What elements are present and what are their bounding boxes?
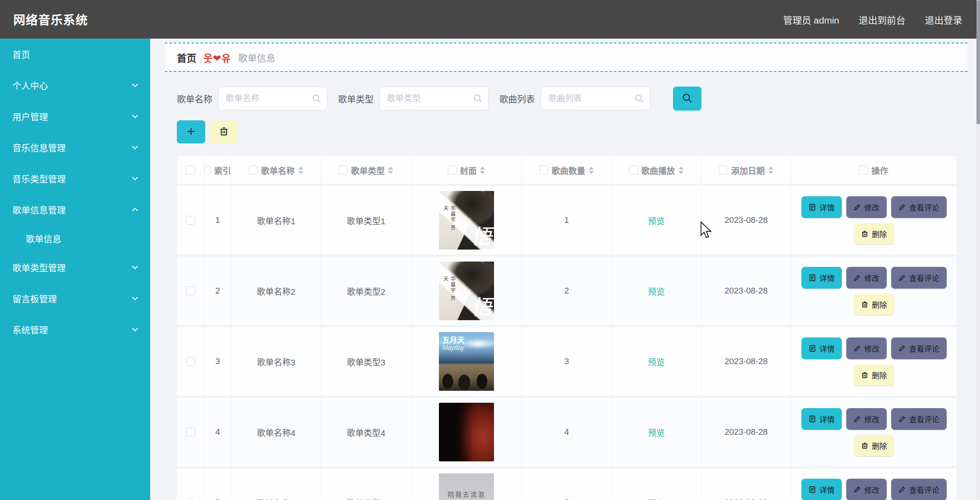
cell-date: 2023-08-28 xyxy=(701,398,791,466)
detail-button[interactable]: 详情 xyxy=(801,479,842,500)
select-all-checkbox[interactable] xyxy=(186,166,195,175)
preview-link[interactable]: 预览 xyxy=(648,497,665,500)
sidebar-item[interactable]: 音乐类型管理 xyxy=(0,163,150,194)
main-content: 首页 웃❤유 歌单信息 歌单名称 歌单类型 xyxy=(150,39,980,500)
sidebar-item[interactable]: 用户管理 xyxy=(0,101,150,132)
edit-button[interactable]: 修改 xyxy=(846,337,887,359)
preview-link[interactable]: 预览 xyxy=(648,426,665,438)
select-all-checkbox[interactable] xyxy=(719,166,728,175)
sidebar-item[interactable]: 系统管理 xyxy=(0,314,150,345)
topbar-link[interactable]: 管理员 admin xyxy=(783,13,839,26)
sort-carets-icon[interactable] xyxy=(298,167,303,174)
scrollbar-thumb[interactable] xyxy=(976,0,980,124)
view-comments-button[interactable]: 查看评论 xyxy=(891,196,947,218)
preview-link[interactable]: 预览 xyxy=(648,285,665,297)
cell-playlist-name: 歌单名称3 xyxy=(231,327,321,396)
edit-button[interactable]: 修改 xyxy=(846,267,887,289)
sort-carets-icon[interactable] xyxy=(480,167,485,174)
trash-icon xyxy=(861,371,868,379)
topbar-link[interactable]: 退出到前台 xyxy=(859,13,905,26)
edit-button[interactable]: 修改 xyxy=(846,196,887,218)
sidebar-item[interactable]: 个人中心 xyxy=(0,70,150,101)
detail-button[interactable]: 详情 xyxy=(801,408,842,430)
view-comments-button[interactable]: 查看评论 xyxy=(891,267,947,289)
cover-side-text: 五月天 xyxy=(442,334,465,345)
cell-song-count: 5 xyxy=(522,468,612,500)
table-header-cell[interactable]: 歌单类型 xyxy=(321,156,411,184)
sidebar-item[interactable]: 歌单类型管理 xyxy=(0,252,150,283)
delete-button[interactable]: 删除 xyxy=(854,365,894,385)
preview-link[interactable]: 预览 xyxy=(648,214,665,226)
cell-index: 5 xyxy=(204,468,231,500)
sidebar-item[interactable]: 歌单信息 xyxy=(0,225,150,252)
playlist-type-input[interactable] xyxy=(379,87,489,111)
pencil-icon xyxy=(853,274,861,282)
select-all-checkbox[interactable] xyxy=(539,166,548,175)
batch-delete-button[interactable] xyxy=(210,120,238,143)
sidebar-item-label: 首页 xyxy=(12,48,30,61)
row-checkbox[interactable] xyxy=(186,216,195,225)
breadcrumb-home[interactable]: 首页 xyxy=(177,50,196,64)
edit-button[interactable]: 修改 xyxy=(846,479,887,500)
table-header-cell[interactable] xyxy=(177,156,204,184)
document-icon xyxy=(809,486,816,493)
view-comments-button[interactable]: 查看评论 xyxy=(891,479,947,500)
select-all-checkbox[interactable] xyxy=(204,166,211,175)
playlist-name-input[interactable] xyxy=(218,87,327,111)
table-header-cell[interactable]: 添加日期 xyxy=(701,156,791,184)
search-icon xyxy=(312,94,322,103)
cell-playlist-type: 歌单类型2 xyxy=(321,257,411,325)
row-checkbox[interactable] xyxy=(186,428,195,437)
preview-link[interactable]: 预览 xyxy=(648,356,665,368)
delete-button[interactable]: 删除 xyxy=(854,435,894,456)
delete-button[interactable]: 删除 xyxy=(854,223,894,244)
table-header-cell[interactable]: 歌曲数量 xyxy=(522,156,612,184)
sort-carets-icon[interactable] xyxy=(678,167,684,174)
select-all-checkbox[interactable] xyxy=(448,166,457,175)
sort-carets-icon[interactable] xyxy=(589,167,594,174)
cover-image: 五月天 Mayday xyxy=(439,332,494,391)
cell-playlist-name: 歌单名称4 xyxy=(231,398,321,466)
pencil-icon xyxy=(853,415,861,423)
select-all-checkbox[interactable] xyxy=(339,166,348,175)
cell-date: 2023-08-28 xyxy=(701,186,791,254)
trash-icon xyxy=(861,230,868,238)
select-all-checkbox[interactable] xyxy=(629,166,638,175)
sidebar-item[interactable]: 音乐信息管理 xyxy=(0,132,150,163)
row-checkbox[interactable] xyxy=(186,498,195,500)
sort-carets-icon[interactable] xyxy=(388,167,393,174)
sidebar-item[interactable]: 歌单信息管理 xyxy=(0,194,150,225)
table-header-cell[interactable]: 操作 xyxy=(791,156,956,184)
sidebar-item[interactable]: 首页 xyxy=(0,39,150,70)
cover-side-text: 华晨宇·齐天 xyxy=(442,276,456,306)
sidebar-item[interactable]: 留言板管理 xyxy=(0,283,150,314)
column-label: 添加日期 xyxy=(731,164,765,176)
view-comments-button[interactable]: 查看评论 xyxy=(891,337,947,359)
delete-button[interactable]: 删除 xyxy=(854,294,894,315)
view-comments-button[interactable]: 查看评论 xyxy=(891,408,947,430)
select-all-checkbox[interactable] xyxy=(249,166,258,175)
topbar-link[interactable]: 退出登录 xyxy=(925,13,962,26)
add-button[interactable] xyxy=(177,120,205,143)
column-label: 封面 xyxy=(460,164,477,176)
sort-carets-icon[interactable] xyxy=(768,167,773,174)
select-all-checkbox[interactable] xyxy=(859,166,868,175)
table-header-cell[interactable]: 歌曲播放 xyxy=(612,156,701,184)
detail-button[interactable]: 详情 xyxy=(801,267,842,289)
cell-index: 4 xyxy=(204,398,231,466)
song-list-input[interactable] xyxy=(541,87,650,111)
edit-button[interactable]: 修改 xyxy=(846,408,887,430)
row-checkbox[interactable] xyxy=(186,357,195,366)
table-header-cell[interactable]: 封面 xyxy=(411,156,522,184)
search-button[interactable] xyxy=(673,87,701,111)
content-inner: 歌单名称 歌单类型 歌曲列表 xyxy=(165,87,968,500)
chevron-down-icon xyxy=(131,296,139,301)
table-header-cell[interactable]: 歌单名称 xyxy=(231,156,321,184)
row-checkbox[interactable] xyxy=(186,286,195,295)
vertical-scrollbar[interactable] xyxy=(976,0,980,500)
table-header-cell[interactable]: 索引 xyxy=(204,156,231,184)
detail-button[interactable]: 详情 xyxy=(801,337,842,359)
cover-image: 华晨宇·齐天 悟 xyxy=(439,191,494,250)
detail-button[interactable]: 详情 xyxy=(801,196,842,218)
sidebar-item-label: 音乐信息管理 xyxy=(12,141,66,154)
